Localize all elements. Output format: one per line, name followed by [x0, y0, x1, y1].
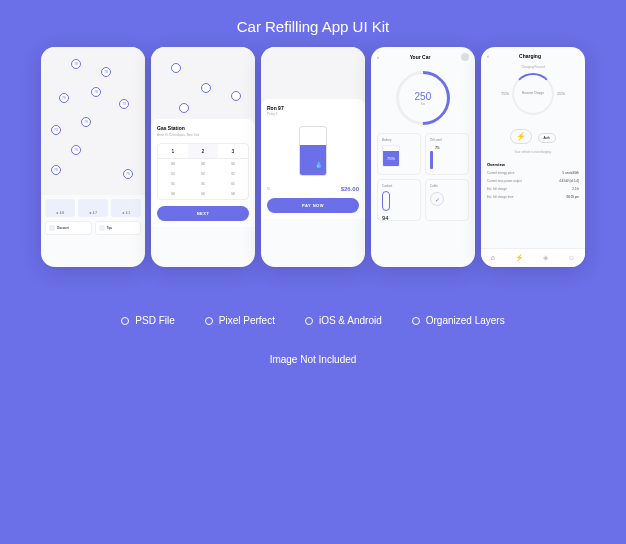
quantity: 0 L: [267, 187, 271, 191]
map-pin: [179, 103, 189, 113]
map-pin[interactable]: 79: [71, 145, 81, 155]
nav-home-icon[interactable]: ⌂: [491, 254, 495, 262]
overview-heading: Overview: [481, 158, 585, 169]
back-icon[interactable]: ‹: [487, 53, 489, 59]
map-pin[interactable]: 73: [51, 125, 61, 135]
charging-note: Your vehicle is not charging.: [481, 150, 585, 154]
map-blur: [261, 47, 365, 107]
tab-discount[interactable]: Discount: [45, 221, 92, 235]
map-pin[interactable]: 73: [119, 99, 129, 109]
fuel-opt[interactable]: 95: [158, 179, 188, 189]
tab-tips[interactable]: Tips: [95, 221, 142, 235]
fuel-opt[interactable]: 95: [188, 179, 218, 189]
page-title: Car Refilling App UI Kit: [0, 0, 626, 47]
station-address: Anne St. Centralpara, New York: [157, 133, 249, 137]
back-icon[interactable]: ‹: [377, 54, 379, 60]
pump-number: Pump 2: [267, 112, 359, 116]
fuel-opt[interactable]: 95: [218, 179, 248, 189]
station-card[interactable]: ★ 4.7: [78, 199, 108, 217]
thermometer-icon: [382, 191, 390, 211]
range-gauge: 250 Km: [385, 60, 461, 136]
charge-gauge[interactable]: Resume Charge: [512, 73, 554, 115]
oil-card[interactable]: Oil Level 75: [425, 133, 469, 175]
footer-note: Image Not Included: [0, 354, 626, 365]
bolt-icon: ⚡: [516, 132, 526, 141]
station-title: Gas Station: [157, 125, 249, 131]
fuel-opt[interactable]: 90: [218, 159, 248, 169]
auth-chip[interactable]: Auth: [538, 133, 556, 143]
map-blur: [151, 47, 255, 127]
station-card[interactable]: ★ 4.8: [45, 199, 75, 217]
coolant-value: 94: [382, 215, 416, 221]
price: $26.00: [341, 186, 359, 192]
nav-bolt-icon[interactable]: ⚡: [515, 254, 524, 262]
bolt-chip[interactable]: ⚡: [510, 129, 532, 144]
map-pin[interactable]: 78: [101, 67, 111, 77]
card-label: Battery: [382, 138, 416, 142]
map-pin[interactable]: 78: [71, 59, 81, 69]
screen-charging: ‹ Charging Charging Paused 75% 25% Resum…: [481, 47, 585, 267]
avatar[interactable]: [461, 53, 469, 61]
fuel-type: Ron 97: [267, 105, 359, 111]
map-pin[interactable]: 79: [81, 117, 91, 127]
card-label: Coolant: [382, 184, 416, 188]
screen-your-car: ‹ Your Car 250 Km Battery 75% Oil Level …: [371, 47, 475, 267]
station-card[interactable]: ★ 4.1: [111, 199, 141, 217]
feature-item: Organized Layers: [412, 315, 505, 326]
overview-row: Est. full charge time08:29 pm: [481, 193, 585, 201]
nav-pin-icon[interactable]: ◈: [543, 254, 548, 262]
pay-now-button[interactable]: PAY NOW: [267, 198, 359, 213]
oil-gauge: 75: [430, 145, 464, 169]
fuel-selector: 1 90 92 95 98 2 90 92 95 98 3 90 92 95 9…: [157, 143, 249, 200]
tab-label: Discount: [57, 226, 69, 230]
pump-col-1[interactable]: 1: [158, 144, 188, 159]
map-pin: [201, 83, 211, 93]
screen-gas-station: Gas Station Anne St. Centralpara, New Yo…: [151, 47, 255, 267]
drop-icon: 💧: [315, 161, 323, 169]
fuel-opt[interactable]: 90: [188, 159, 218, 169]
nav-user-icon[interactable]: ☺: [568, 254, 575, 262]
map-view[interactable]: 78 78 79 78 73 73 79 79 78 79: [41, 47, 145, 195]
fuel-opt[interactable]: 98: [188, 189, 218, 199]
screen-map: 78 78 79 78 73 73 79 79 78 79 ★ 4.8 ★ 4.…: [41, 47, 145, 267]
pct-right: 25%: [557, 91, 565, 96]
overview-row: Current energy price5 cents/kWh: [481, 169, 585, 177]
page-title: Charging: [519, 53, 541, 59]
next-button[interactable]: NEXT: [157, 206, 249, 221]
fuel-tank[interactable]: 💧: [299, 126, 327, 176]
map-pin[interactable]: 78: [51, 165, 61, 175]
bottom-nav: ⌂ ⚡ ◈ ☺: [481, 248, 585, 267]
battery-gauge: 75%: [382, 145, 400, 167]
bullet-icon: [305, 317, 313, 325]
overview-row: Current max power output4.8 kW (of 5.4): [481, 177, 585, 185]
battery-value: 75%: [383, 151, 399, 166]
pump-col-3[interactable]: 3: [218, 144, 248, 159]
map-pin: [231, 91, 241, 101]
tab-label: Tips: [107, 226, 113, 230]
fuel-opt[interactable]: 92: [158, 169, 188, 179]
coolant-card[interactable]: Coolant 94: [377, 179, 421, 221]
map-pin: [171, 63, 181, 73]
cable-card[interactable]: Cable ✓: [425, 179, 469, 221]
feature-item: Pixel Perfect: [205, 315, 275, 326]
battery-card[interactable]: Battery 75%: [377, 133, 421, 175]
screens-row: 78 78 79 78 73 73 79 79 78 79 ★ 4.8 ★ 4.…: [0, 47, 626, 267]
map-pin[interactable]: 79: [123, 169, 133, 179]
bullet-icon: [121, 317, 129, 325]
fuel-opt[interactable]: 92: [218, 169, 248, 179]
feature-item: iOS & Android: [305, 315, 382, 326]
resume-label: Resume Charge: [522, 92, 544, 96]
range-value: 250: [415, 91, 432, 102]
features-row: PSD File Pixel Perfect iOS & Android Org…: [0, 315, 626, 326]
fuel-opt[interactable]: 98: [158, 189, 188, 199]
bullet-icon: [205, 317, 213, 325]
fuel-opt[interactable]: 90: [158, 159, 188, 169]
map-pin[interactable]: 79: [59, 93, 69, 103]
fuel-opt[interactable]: 92: [188, 169, 218, 179]
page-title: Your Car: [410, 54, 431, 60]
map-pin[interactable]: 78: [91, 87, 101, 97]
card-label: Cable: [430, 184, 464, 188]
pump-col-2[interactable]: 2: [188, 144, 218, 159]
pct-left: 75%: [501, 91, 509, 96]
fuel-opt[interactable]: 98: [218, 189, 248, 199]
